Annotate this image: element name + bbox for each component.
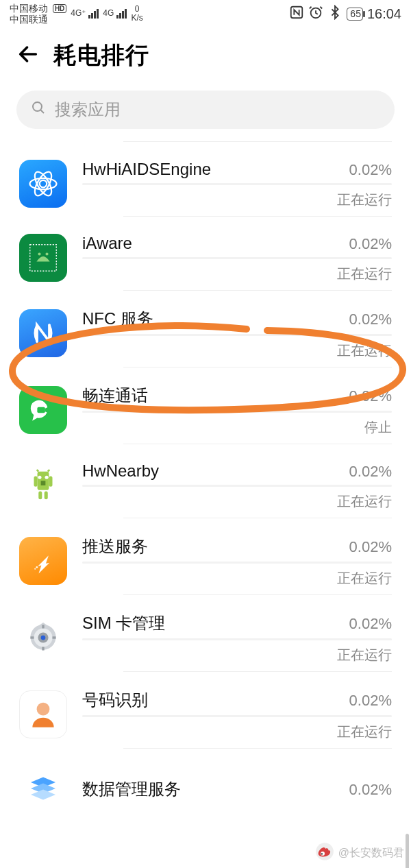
- usage-bar: [82, 485, 392, 487]
- battery-pct: 0.02%: [349, 463, 392, 481]
- list-item[interactable]: 号码识别 0.02% 正在运行: [0, 671, 411, 748]
- app-icon-meetime: [19, 386, 67, 434]
- svg-point-13: [45, 476, 49, 479]
- signal-2: 4G: [103, 9, 127, 19]
- svg-point-2: [33, 102, 42, 111]
- app-status: 正在运行: [337, 341, 392, 360]
- battery-pct: 0.02%: [349, 311, 392, 328]
- battery-pct: 0.02%: [349, 161, 392, 179]
- list-item[interactable]: 数据管理服务 0.02%: [0, 748, 411, 812]
- app-name: HwNearby: [82, 461, 159, 481]
- svg-point-28: [37, 703, 50, 716]
- list-item[interactable]: 推送服务 0.02% 正在运行: [0, 518, 411, 594]
- hd-badge: HD: [53, 4, 66, 13]
- svg-rect-24: [42, 625, 44, 628]
- svg-rect-10: [37, 407, 45, 413]
- list-item[interactable]: SIM 卡管理 0.02% 正在运行: [0, 594, 411, 671]
- svg-rect-26: [30, 636, 34, 638]
- usage-bar: [82, 562, 392, 564]
- app-status: 停止: [364, 418, 392, 437]
- app-name: 号码识别: [82, 689, 148, 711]
- app-icon-data: [19, 764, 67, 812]
- app-status: 正在运行: [337, 265, 392, 283]
- usage-bar: [82, 183, 392, 185]
- usage-bar: [82, 638, 392, 640]
- battery-pct: 0.02%: [349, 387, 392, 405]
- weibo-icon: [315, 842, 334, 864]
- svg-rect-14: [34, 477, 38, 487]
- app-name: NFC 服务: [82, 308, 153, 330]
- app-icon-iaware: [19, 234, 67, 282]
- battery-icon: 65: [347, 8, 363, 21]
- carrier-labels: 中国移动 HD 中国联通: [10, 3, 66, 25]
- app-icon-numberid: [19, 690, 67, 738]
- svg-point-9: [45, 252, 48, 255]
- watermark-text: @长安数码君: [338, 846, 404, 860]
- svg-point-19: [36, 566, 38, 568]
- status-bar: 中国移动 HD 中国联通 4G⁺ 4G 0 K/s 65: [0, 0, 411, 26]
- app-icon-nfc: [19, 309, 67, 357]
- signal-bars-icon: [88, 9, 99, 19]
- usage-bar: [82, 257, 392, 259]
- app-name: HwHiAIDSEngine: [82, 160, 211, 179]
- usage-bar: [82, 715, 392, 717]
- app-list: HwHiAIDSEngine 0.02% 正在运行 iAware 0.02% 正…: [0, 141, 411, 812]
- svg-rect-17: [45, 491, 48, 499]
- app-name: SIM 卡管理: [82, 612, 165, 634]
- svg-point-3: [40, 180, 47, 188]
- back-icon[interactable]: [16, 43, 40, 69]
- app-status: 正在运行: [337, 723, 392, 741]
- svg-point-12: [38, 476, 41, 479]
- usage-bar: [82, 334, 392, 336]
- battery-pct: 0.02%: [349, 235, 392, 253]
- app-name: 数据管理服务: [82, 778, 181, 800]
- svg-point-31: [321, 853, 323, 854]
- app-status: 正在运行: [337, 646, 392, 664]
- app-name: iAware: [82, 234, 132, 253]
- app-status: 正在运行: [337, 569, 392, 588]
- app-status: 正在运行: [337, 191, 392, 209]
- net-speed: 0 K/s: [131, 5, 142, 23]
- app-icon-hwhiaids: [19, 160, 67, 208]
- carrier-2: 中国联通: [10, 14, 66, 25]
- svg-point-20: [34, 568, 36, 570]
- scrollbar-thumb[interactable]: [406, 834, 409, 868]
- svg-rect-15: [49, 477, 52, 487]
- app-icon-push: [19, 537, 67, 585]
- battery-pct: 0.02%: [349, 692, 392, 710]
- battery-pct: 0.02%: [349, 615, 392, 633]
- search-input[interactable]: [55, 100, 381, 119]
- watermark: @长安数码君: [315, 842, 404, 864]
- battery-pct: 0.02%: [349, 781, 392, 799]
- search-icon: [30, 99, 47, 120]
- list-item[interactable]: iAware 0.02% 正在运行: [0, 216, 411, 290]
- status-right: 65 16:04: [289, 5, 401, 23]
- app-icon-sim: [19, 614, 67, 662]
- list-item[interactable]: 畅连通话 0.02% 停止: [0, 367, 411, 444]
- app-icon-hwnearby: [19, 461, 67, 509]
- svg-rect-16: [38, 491, 42, 499]
- status-left: 中国移动 HD 中国联通 4G⁺ 4G 0 K/s: [10, 3, 143, 25]
- usage-bar: [82, 411, 392, 413]
- search-bar[interactable]: [0, 91, 411, 141]
- svg-rect-25: [42, 647, 44, 651]
- list-item[interactable]: HwNearby 0.02% 正在运行: [0, 444, 411, 518]
- app-name: 推送服务: [82, 535, 148, 557]
- signal-bars-icon: [116, 9, 127, 19]
- page-title: 耗电排行: [53, 40, 149, 71]
- clock: 16:04: [367, 6, 401, 22]
- signal-1: 4G⁺: [71, 9, 99, 19]
- svg-rect-18: [41, 481, 46, 485]
- alarm-icon: [308, 5, 323, 23]
- app-status: 正在运行: [337, 492, 392, 511]
- svg-point-8: [38, 252, 40, 255]
- battery-pct: 0.02%: [349, 538, 392, 556]
- list-item[interactable]: NFC 服务 0.02% 正在运行: [0, 290, 411, 367]
- nfc-status-icon: [289, 5, 304, 23]
- list-item[interactable]: HwHiAIDSEngine 0.02% 正在运行: [0, 142, 411, 216]
- app-name: 畅连通话: [82, 385, 148, 407]
- carrier-1: 中国移动: [10, 3, 48, 14]
- svg-point-23: [41, 636, 46, 640]
- svg-rect-27: [53, 636, 56, 638]
- app-header: 耗电排行: [0, 26, 411, 91]
